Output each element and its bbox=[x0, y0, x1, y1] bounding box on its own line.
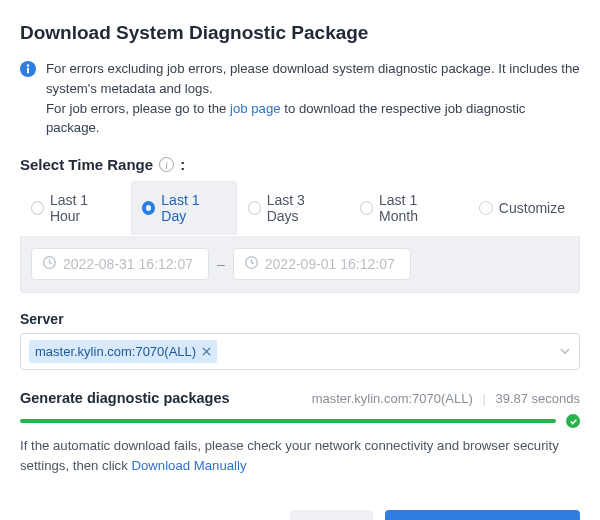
generate-host: master.kylin.com:7070(ALL) bbox=[312, 391, 473, 406]
server-tag-text: master.kylin.com:7070(ALL) bbox=[35, 344, 196, 359]
close-button[interactable] bbox=[572, 20, 580, 45]
generate-download-button[interactable]: Generate and Download bbox=[385, 510, 580, 520]
time-range-label: Select Time Range i : bbox=[20, 156, 580, 173]
tab-last-3-days[interactable]: Last 3 Days bbox=[237, 181, 349, 235]
generate-meta: master.kylin.com:7070(ALL) | 39.87 secon… bbox=[312, 391, 580, 406]
progress-row bbox=[20, 414, 580, 428]
svg-rect-4 bbox=[27, 68, 29, 74]
generate-title: Generate diagnostic packages bbox=[20, 390, 230, 406]
dialog-header: Download System Diagnostic Package bbox=[20, 20, 580, 45]
remove-tag-icon[interactable] bbox=[202, 344, 211, 359]
success-check-icon bbox=[566, 414, 580, 428]
info-banner: For errors excluding job errors, please … bbox=[20, 59, 580, 138]
radio-icon bbox=[248, 201, 261, 215]
radio-icon bbox=[479, 201, 493, 215]
info-text: For errors excluding job errors, please … bbox=[46, 59, 580, 138]
tab-last-1-day[interactable]: Last 1 Day bbox=[131, 181, 237, 235]
progress-fill bbox=[20, 419, 556, 423]
dialog-title: Download System Diagnostic Package bbox=[20, 22, 368, 44]
help-icon[interactable]: i bbox=[159, 157, 174, 172]
download-hint: If the automatic download fails, please … bbox=[20, 436, 580, 476]
time-range-tabs: Last 1 Hour Last 1 Day Last 3 Days Last … bbox=[20, 181, 580, 236]
start-date-input[interactable]: 2022-08-31 16:12:07 bbox=[31, 248, 209, 280]
download-diagnostic-dialog: Download System Diagnostic Package For e… bbox=[0, 0, 600, 520]
progress-bar bbox=[20, 419, 556, 423]
start-date-value: 2022-08-31 16:12:07 bbox=[63, 256, 193, 272]
info-icon bbox=[20, 61, 36, 77]
date-separator: – bbox=[217, 256, 225, 272]
clock-icon bbox=[42, 255, 57, 273]
radio-icon bbox=[31, 201, 44, 215]
info-line1: For errors excluding job errors, please … bbox=[46, 59, 580, 99]
clock-icon bbox=[244, 255, 259, 273]
job-page-link[interactable]: job page bbox=[230, 101, 281, 116]
cancel-button[interactable]: Cancel bbox=[290, 510, 373, 520]
generate-header: Generate diagnostic packages master.kyli… bbox=[20, 390, 580, 406]
svg-point-3 bbox=[27, 64, 29, 66]
tab-customize[interactable]: Customize bbox=[468, 181, 580, 235]
tab-last-1-hour[interactable]: Last 1 Hour bbox=[20, 181, 131, 235]
server-label: Server bbox=[20, 311, 580, 327]
dialog-footer: Cancel Generate and Download bbox=[20, 510, 580, 520]
info-line2: For job errors, please go to the job pag… bbox=[46, 99, 580, 139]
download-manually-link[interactable]: Download Manually bbox=[131, 458, 246, 473]
date-range-picker: 2022-08-31 16:12:07 – 2022-09-01 16:12:0… bbox=[20, 236, 580, 293]
radio-icon bbox=[360, 201, 373, 215]
radio-icon bbox=[142, 201, 155, 215]
server-tag: master.kylin.com:7070(ALL) bbox=[29, 340, 217, 363]
chevron-down-icon bbox=[559, 344, 571, 360]
end-date-value: 2022-09-01 16:12:07 bbox=[265, 256, 395, 272]
tab-last-1-month[interactable]: Last 1 Month bbox=[349, 181, 468, 235]
generate-seconds: 39.87 seconds bbox=[495, 391, 580, 406]
server-select[interactable]: master.kylin.com:7070(ALL) bbox=[20, 333, 580, 370]
end-date-input[interactable]: 2022-09-01 16:12:07 bbox=[233, 248, 411, 280]
